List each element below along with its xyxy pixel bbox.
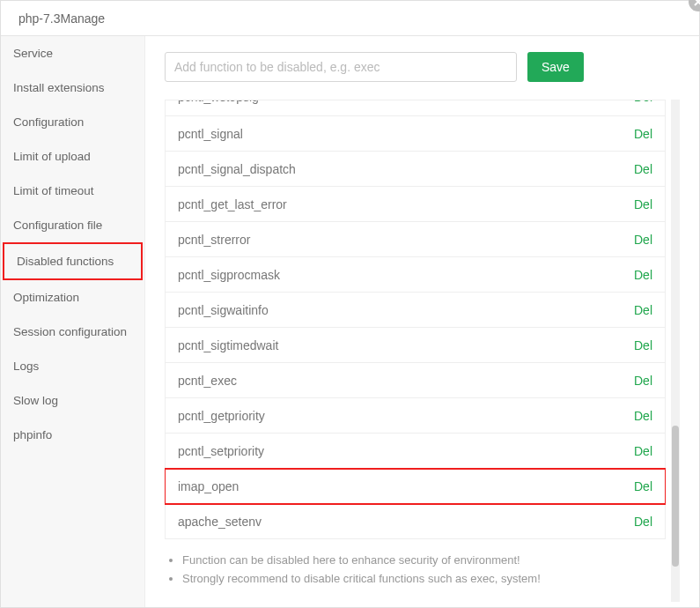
- sidebar-item-disabled-functions[interactable]: Disabled functions: [3, 242, 143, 280]
- table-row: pcntl_strerror Del: [165, 222, 666, 257]
- sidebar-item-limit-timeout[interactable]: Limit of timeout: [1, 174, 144, 208]
- sidebar-item-service[interactable]: Service: [1, 36, 144, 70]
- delete-link[interactable]: Del: [634, 479, 652, 493]
- sidebar-item-install-extensions[interactable]: Install extensions: [1, 70, 144, 105]
- window-title: php-7.3Manage: [18, 11, 105, 26]
- function-name: pcntl_exec: [178, 374, 237, 388]
- delete-link[interactable]: Del: [634, 409, 652, 423]
- footer-notes: Function can be disabled here to enhance…: [165, 553, 666, 585]
- sidebar-item-configuration[interactable]: Configuration: [1, 105, 144, 139]
- table-row: pcntl_signal Del: [165, 116, 666, 152]
- sidebar-item-configuration-file[interactable]: Configuration file: [1, 208, 144, 242]
- sidebar-item-phpinfo[interactable]: phpinfo: [1, 418, 144, 452]
- table-row: apache_setenv Del: [165, 504, 666, 539]
- sidebar-item-logs[interactable]: Logs: [1, 349, 144, 383]
- footer-note: Strongly recommend to disable critical f…: [182, 572, 666, 585]
- table-row: pcntl_wstopsig Del: [165, 100, 666, 116]
- delete-link[interactable]: Del: [634, 127, 652, 141]
- close-icon[interactable]: [689, 0, 700, 11]
- table-row: pcntl_sigtimedwait Del: [165, 328, 666, 363]
- table-row: pcntl_getpriority Del: [165, 398, 666, 434]
- sidebar-item-slow-log[interactable]: Slow log: [1, 383, 144, 418]
- delete-link[interactable]: Del: [634, 444, 652, 458]
- table-row: imap_open Del: [165, 469, 666, 504]
- delete-link[interactable]: Del: [634, 515, 652, 529]
- footer-note: Function can be disabled here to enhance…: [182, 553, 666, 567]
- sidebar-item-optimization[interactable]: Optimization: [1, 280, 144, 315]
- delete-link[interactable]: Del: [634, 162, 652, 176]
- main-content: Save pcntl_wstopsig Del pcntl_signal Del…: [145, 36, 699, 607]
- function-name: pcntl_setpriority: [178, 444, 264, 458]
- delete-link[interactable]: Del: [634, 268, 652, 282]
- toolbar: Save: [165, 52, 680, 82]
- sidebar: Service Install extensions Configuration…: [1, 36, 145, 607]
- scrollbar-track[interactable]: [671, 100, 680, 602]
- table-row: pcntl_sigprocmask Del: [165, 257, 666, 293]
- function-name: pcntl_getpriority: [178, 409, 265, 423]
- delete-link[interactable]: Del: [634, 197, 652, 211]
- table-row: pcntl_sigwaitinfo Del: [165, 293, 666, 328]
- function-name: pcntl_wstopsig: [178, 100, 259, 104]
- sidebar-item-session-configuration[interactable]: Session configuration: [1, 315, 144, 349]
- function-name: pcntl_sigwaitinfo: [178, 303, 269, 317]
- sidebar-item-limit-upload[interactable]: Limit of upload: [1, 139, 144, 174]
- delete-link[interactable]: Del: [634, 303, 652, 317]
- table-row: pcntl_get_last_error Del: [165, 187, 666, 222]
- table-row: pcntl_setpriority Del: [165, 434, 666, 469]
- function-name: pcntl_signal: [178, 127, 243, 141]
- title-bar: php-7.3Manage: [1, 1, 699, 36]
- function-name: apache_setenv: [178, 515, 262, 529]
- delete-link[interactable]: Del: [634, 374, 652, 388]
- table-row: pcntl_signal_dispatch Del: [165, 152, 666, 187]
- function-name: pcntl_sigtimedwait: [178, 338, 278, 352]
- scrollbar-thumb[interactable]: [672, 426, 679, 567]
- function-name: pcntl_sigprocmask: [178, 268, 280, 282]
- delete-link[interactable]: Del: [634, 338, 652, 352]
- function-name: pcntl_get_last_error: [178, 197, 287, 211]
- function-name: imap_open: [178, 479, 239, 493]
- save-button[interactable]: Save: [527, 52, 584, 82]
- delete-link[interactable]: Del: [634, 100, 652, 104]
- function-name: pcntl_strerror: [178, 233, 250, 247]
- delete-link[interactable]: Del: [634, 233, 652, 247]
- function-name: pcntl_signal_dispatch: [178, 162, 296, 176]
- table-row: pcntl_exec Del: [165, 363, 666, 398]
- function-list: pcntl_wstopsig Del pcntl_signal Del pcnt…: [165, 100, 666, 602]
- add-function-input[interactable]: [165, 52, 517, 82]
